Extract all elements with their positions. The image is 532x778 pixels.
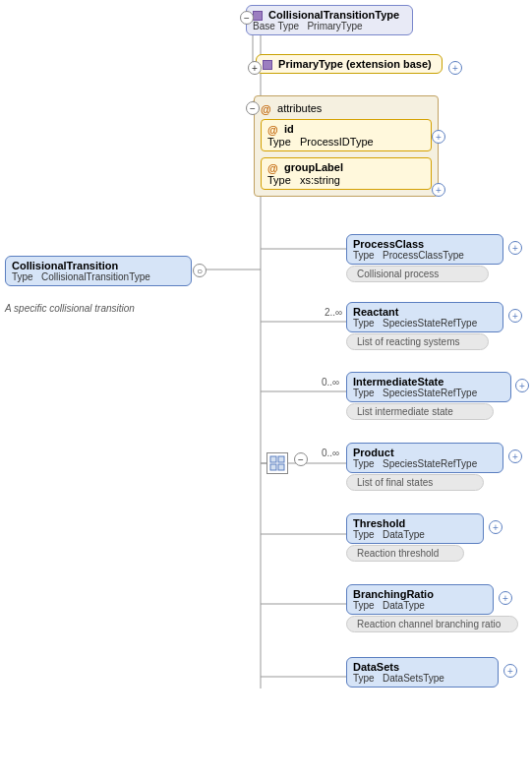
attributes-collapse-icon[interactable]: − xyxy=(246,101,260,115)
svg-rect-16 xyxy=(278,464,284,470)
intermediatestate-type: Type SpeciesStateRefType xyxy=(353,388,504,398)
processclass-expand-btn[interactable]: + xyxy=(508,241,522,255)
product-title: Product xyxy=(353,447,497,458)
grouplabel-box-title: @ groupLabel xyxy=(267,161,425,174)
diagram-container: CollisionalTransitionType Base Type Prim… xyxy=(0,0,532,778)
main-box-title: CollisionalTransitionType xyxy=(253,9,406,21)
collapse-main-icon[interactable]: − xyxy=(240,11,254,25)
purple-square-icon xyxy=(253,11,263,21)
branchingratio-expand-btn[interactable]: + xyxy=(499,591,512,605)
reactant-type: Type SpeciesStateRefType xyxy=(353,318,497,329)
datasets-title: DataSets xyxy=(353,661,492,673)
left-box-type: Type CollisionalTransitionType xyxy=(12,271,185,282)
product-desc-pill: List of final states xyxy=(346,474,484,491)
id-attribute-box: @ id Type ProcessIDType xyxy=(261,119,432,151)
grouplabel-attribute-box: @ groupLabel Type xs:string xyxy=(261,157,432,190)
attributes-at-icon: @ xyxy=(261,103,272,115)
branchingratio-title: BranchingRatio xyxy=(353,588,487,600)
intermediate-cardinality: 0..∞ xyxy=(322,377,339,388)
reactant-expand-btn[interactable]: + xyxy=(508,309,522,323)
reactant-cardinality: 2..∞ xyxy=(325,307,342,318)
reactant-desc-pill: List of reacting systems xyxy=(346,333,489,350)
processclass-desc-pill: Collisional process xyxy=(346,266,489,282)
primarytype-title: PrimaryType (extension base) xyxy=(263,58,436,70)
datasets-box: DataSets Type DataSetsType xyxy=(346,657,499,688)
branchingratio-box: BranchingRatio Type DataType xyxy=(346,584,494,615)
threshold-desc-pill: Reaction threshold xyxy=(346,545,464,562)
threshold-box: Threshold Type DataType xyxy=(346,513,484,544)
threshold-title: Threshold xyxy=(353,517,477,529)
primarytype-collapse-icon[interactable]: + xyxy=(248,61,262,75)
id-box-title: @ id xyxy=(267,123,425,136)
threshold-expand-btn[interactable]: + xyxy=(489,520,502,534)
intermediatestate-expand-btn[interactable]: + xyxy=(515,379,529,392)
left-box-title: CollisionalTransition xyxy=(12,260,185,271)
grouplabel-box-type: Type xs:string xyxy=(267,174,425,186)
collisionaltransition-box: CollisionalTransition Type CollisionalTr… xyxy=(5,256,192,286)
datasets-expand-btn[interactable]: + xyxy=(503,664,517,678)
intermediatestate-title: IntermediateState xyxy=(353,376,504,388)
grouplabel-expand-btn[interactable]: + xyxy=(432,183,445,197)
id-at-icon: @ xyxy=(267,124,279,136)
composite-collapse-icon[interactable]: − xyxy=(294,452,308,466)
product-cardinality: 0..∞ xyxy=(322,448,339,458)
svg-rect-13 xyxy=(270,456,276,462)
sequence-composite-icon xyxy=(266,452,288,474)
main-box-basetype: Base Type PrimaryType xyxy=(253,21,406,31)
processclass-type: Type ProcessClassType xyxy=(353,250,497,261)
branchingratio-type: Type DataType xyxy=(353,600,487,611)
reactant-box: Reactant Type SpeciesStateRefType xyxy=(346,302,503,332)
datasets-type: Type DataSetsType xyxy=(353,673,492,684)
primarytype-expand-btn[interactable]: + xyxy=(448,61,462,75)
intermediatestate-box: IntermediateState Type SpeciesStateRefTy… xyxy=(346,372,511,402)
branchingratio-desc-pill: Reaction channel branching ratio xyxy=(346,616,518,632)
product-type: Type SpeciesStateRefType xyxy=(353,458,497,469)
left-box-description: A specific collisional transition xyxy=(5,303,192,314)
reactant-title: Reactant xyxy=(353,306,497,318)
grouplabel-at-icon: @ xyxy=(267,162,279,174)
id-expand-btn[interactable]: + xyxy=(432,130,445,144)
primarytype-box: PrimaryType (extension base) xyxy=(256,54,443,74)
intermediatestate-desc-pill: List intermediate state xyxy=(346,403,494,420)
svg-rect-15 xyxy=(270,464,276,470)
attributes-group: @ attributes @ id Type ProcessIDType + @… xyxy=(254,95,439,197)
attributes-header: @ attributes xyxy=(261,102,432,115)
leftbox-connector-icon[interactable]: ○ xyxy=(193,264,207,277)
id-box-type: Type ProcessIDType xyxy=(267,136,425,148)
svg-rect-14 xyxy=(278,456,284,462)
product-box: Product Type SpeciesStateRefType xyxy=(346,443,503,473)
primarytype-purple-icon xyxy=(263,60,272,70)
product-expand-btn[interactable]: + xyxy=(508,449,522,463)
collisionaltransitiontype-box: CollisionalTransitionType Base Type Prim… xyxy=(246,5,413,35)
threshold-type: Type DataType xyxy=(353,529,477,540)
processclass-title: ProcessClass xyxy=(353,238,497,250)
processclass-box: ProcessClass Type ProcessClassType xyxy=(346,234,503,265)
